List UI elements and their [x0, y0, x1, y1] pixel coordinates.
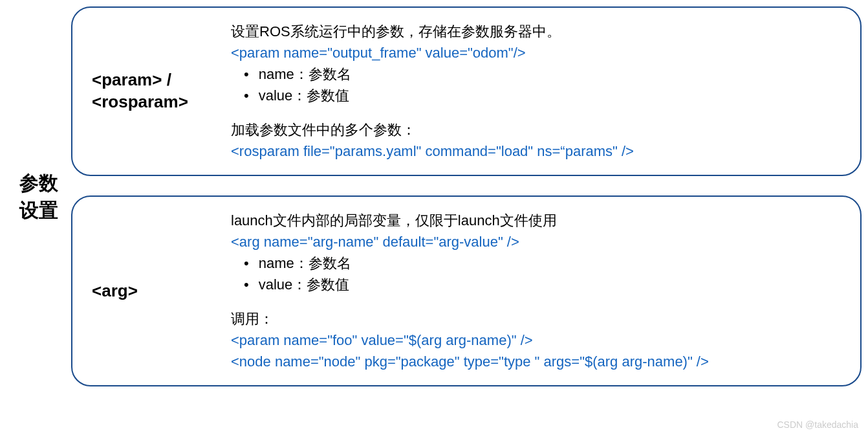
param-box: <param> / <rosparam> 设置ROS系统运行中的参数，存储在参数…: [71, 6, 862, 176]
param-bullets: name：参数名 value：参数值: [231, 63, 841, 106]
param-tag-label: <param> / <rosparam>: [92, 69, 215, 113]
side-label: 参数设置: [6, 170, 58, 224]
boxes-wrapper: <param> / <rosparam> 设置ROS系统运行中的参数，存储在参数…: [71, 6, 862, 386]
arg-code2: <param name="foo" value="$(arg arg-name)…: [231, 329, 841, 351]
param-code2: <rosparam file="params.yaml" command="lo…: [231, 140, 841, 162]
arg-desc1: launch文件内部的局部变量，仅限于launch文件使用: [231, 210, 841, 231]
main-container: 参数设置 <param> / <rosparam> 设置ROS系统运行中的参数，…: [6, 6, 862, 386]
param-bullet-value: value：参数值: [244, 85, 841, 106]
arg-content: launch文件内部的局部变量，仅限于launch文件使用 <arg name=…: [231, 210, 841, 372]
arg-bullets: name：参数名 value：参数值: [231, 252, 841, 295]
arg-code1: <arg name="arg-name" default="arg-value"…: [231, 231, 841, 252]
param-bullet-name: name：参数名: [244, 63, 841, 85]
watermark: CSDN @takedachia: [777, 419, 859, 430]
arg-box: <arg> launch文件内部的局部变量，仅限于launch文件使用 <arg…: [71, 195, 862, 386]
param-desc2: 加载参数文件中的多个参数：: [231, 119, 841, 140]
arg-code3: <node name="node" pkg="package" type="ty…: [231, 351, 841, 372]
arg-tag-label: <arg>: [92, 280, 215, 302]
arg-desc2: 调用：: [231, 308, 841, 329]
arg-bullet-value: value：参数值: [244, 274, 841, 295]
param-code1: <param name="output_frame" value="odom"/…: [231, 42, 841, 63]
param-desc1: 设置ROS系统运行中的参数，存储在参数服务器中。: [231, 21, 841, 42]
param-content: 设置ROS系统运行中的参数，存储在参数服务器中。 <param name="ou…: [231, 21, 841, 162]
arg-bullet-name: name：参数名: [244, 252, 841, 274]
